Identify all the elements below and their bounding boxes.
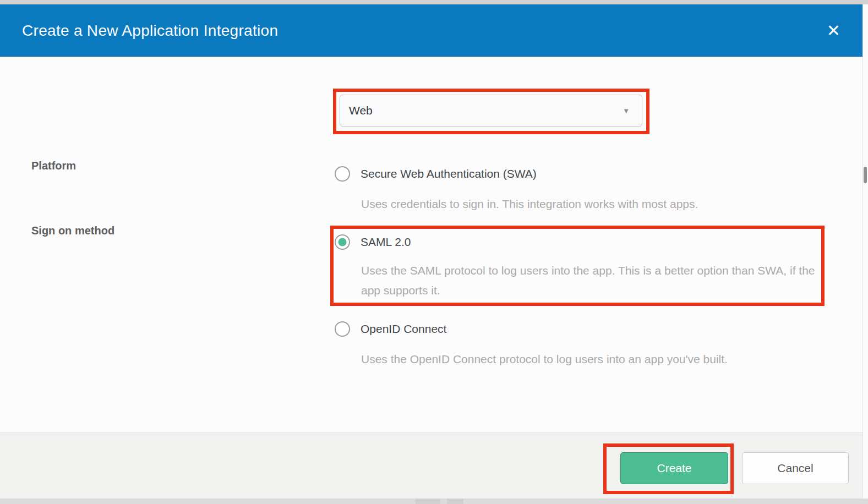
page-edge-right (862, 4, 868, 498)
chevron-down-icon: ▼ (623, 107, 630, 115)
radio-swa-label: Secure Web Authentication (SWA) (361, 167, 537, 180)
page-edge-bottom-fragment (416, 498, 440, 504)
radio-oidc-label: OpenID Connect (361, 322, 446, 336)
platform-select[interactable]: Web ▼ (340, 95, 642, 127)
radio-option-swa[interactable]: Secure Web Authentication (SWA) (335, 166, 537, 182)
sign-on-method-label: Sign on method (31, 224, 114, 237)
create-app-integration-dialog: Create a New Application Integration ✕ P… (0, 0, 868, 504)
radio-option-oidc[interactable]: OpenID Connect (335, 321, 446, 337)
scrollbar-thumb[interactable] (864, 167, 867, 183)
dialog-title: Create a New Application Integration (22, 22, 278, 40)
close-icon[interactable]: ✕ (827, 23, 840, 39)
platform-select-value: Web (349, 104, 373, 117)
radio-swa-description: Uses credentials to sign in. This integr… (361, 194, 698, 214)
page-edge-top (0, 0, 868, 4)
dialog-header: Create a New Application Integration ✕ (0, 4, 862, 57)
radio-option-saml[interactable]: SAML 2.0 (335, 234, 411, 250)
page-edge-bottom-fragment (447, 498, 463, 504)
dialog-body: Platform Web ▼ Sign on method Secure Web… (0, 57, 862, 432)
radio-saml[interactable] (335, 234, 350, 250)
radio-oidc[interactable] (335, 321, 350, 337)
radio-saml-label: SAML 2.0 (361, 235, 411, 249)
create-button[interactable]: Create (620, 452, 728, 484)
cancel-button[interactable]: Cancel (742, 452, 849, 484)
dialog-footer: Create Cancel (0, 432, 862, 498)
radio-oidc-description: Uses the OpenID Connect protocol to log … (361, 349, 728, 369)
radio-saml-description: Uses the SAML protocol to log users into… (361, 261, 823, 300)
platform-label: Platform (31, 160, 76, 172)
radio-swa[interactable] (335, 166, 350, 182)
